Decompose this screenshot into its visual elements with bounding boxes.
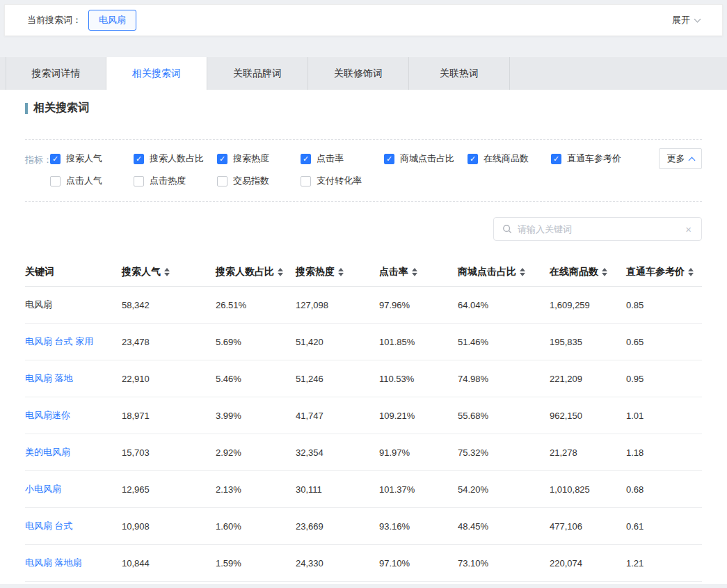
chevron-down-icon (694, 15, 701, 22)
sort-icon[interactable] (338, 268, 344, 276)
sort-icon[interactable] (520, 268, 525, 276)
cell-value: 109.21% (379, 411, 458, 421)
column-header-label: 直通车参考价 (626, 266, 685, 278)
metric-checkbox[interactable]: 交易指数 (217, 175, 301, 187)
column-header[interactable]: 商城点击占比 (458, 266, 550, 278)
expand-toggle[interactable]: 展开 (672, 14, 700, 26)
cell-value: 101.37% (379, 484, 458, 495)
metric-checkbox[interactable]: 搜索人数占比 (134, 152, 217, 165)
cell-value: 23,478 (122, 337, 216, 347)
metric-checkbox[interactable]: 点击热度 (134, 175, 217, 187)
cell-value: 32,354 (296, 447, 379, 458)
section-accent-bar (25, 103, 28, 114)
checkbox-unchecked-icon (217, 176, 227, 186)
cell-value: 0.85 (626, 300, 702, 310)
tab-label: 相关搜索词 (132, 67, 181, 80)
cell-value: 127,098 (296, 300, 379, 310)
column-header-label: 点击率 (379, 266, 408, 278)
keyword-link[interactable]: 电风扇迷你 (25, 409, 122, 422)
chevron-up-icon (688, 157, 695, 164)
cell-value: 221,209 (550, 374, 626, 384)
checkbox-unchecked-icon (50, 176, 61, 186)
cell-value: 5.46% (216, 374, 296, 384)
metric-label: 点击人气 (66, 175, 102, 187)
cell-value: 110.53% (379, 374, 458, 384)
metric-checkbox[interactable]: 商城点击占比 (384, 152, 468, 165)
more-button[interactable]: 更多 (659, 148, 702, 169)
tab-label: 关联热词 (440, 67, 479, 80)
sort-icon[interactable] (164, 268, 170, 276)
keyword-link[interactable]: 电风扇 台式 (25, 520, 122, 532)
cell-value: 962,150 (550, 411, 626, 421)
metric-checkbox[interactable]: 点击率 (301, 152, 384, 165)
table-header-row: 关键词搜索人气搜索人数占比搜索热度点击率商城点击占比在线商品数直通车参考价 (25, 257, 702, 287)
column-header-label: 搜索热度 (296, 266, 335, 278)
cell-value: 3.99% (216, 411, 296, 421)
cell-value: 97.96% (379, 300, 458, 310)
search-term-tag[interactable]: 电风扇 (88, 10, 136, 31)
cell-value: 10,908 (122, 521, 216, 532)
column-header-label: 搜索人数占比 (216, 266, 274, 278)
metric-checkbox[interactable]: 点击人气 (50, 175, 134, 187)
checkbox-checked-icon (301, 154, 311, 164)
tab-1[interactable]: 搜索词详情 (6, 57, 106, 90)
column-header[interactable]: 搜索人数占比 (216, 266, 296, 278)
cell-value: 48.45% (458, 521, 550, 532)
sort-icon[interactable] (602, 268, 607, 276)
table-body: 电风扇58,34226.51%127,09897.96%64.04%1,609,… (25, 287, 702, 582)
cell-value: 1.59% (216, 558, 296, 569)
metric-checkbox[interactable]: 搜索热度 (217, 152, 301, 165)
tab-2-active[interactable]: 相关搜索词 (106, 57, 207, 90)
metric-checkbox[interactable]: 直通车参考价 (551, 152, 634, 165)
metric-label: 商城点击占比 (400, 152, 454, 165)
tab-4[interactable]: 关联修饰词 (308, 57, 409, 90)
cell-value: 18,971 (122, 411, 216, 421)
metrics-row-1: 搜索人气搜索人数占比搜索热度点击率商城点击占比在线商品数直通车参考价 (50, 152, 702, 165)
column-header[interactable]: 直通车参考价 (626, 266, 702, 278)
cell-value: 5.69% (216, 337, 296, 347)
table-row: 电风扇58,34226.51%127,09897.96%64.04%1,609,… (25, 287, 702, 324)
table-row: 美的电风扇15,7032.92%32,35491.97%75.32%21,278… (25, 434, 702, 471)
metrics-row-2: 点击人气点击热度交易指数支付转化率 (50, 175, 702, 187)
checkbox-checked-icon (384, 154, 394, 164)
cell-value: 30,111 (296, 484, 379, 495)
column-header-label: 关键词 (25, 266, 54, 278)
metric-checkbox[interactable]: 在线商品数 (468, 152, 551, 165)
expand-label: 展开 (672, 14, 690, 26)
metric-label: 搜索热度 (233, 152, 269, 165)
keyword-link[interactable]: 电风扇 落地扇 (25, 557, 122, 569)
checkbox-checked-icon (551, 154, 561, 164)
search-input[interactable] (518, 224, 684, 235)
tab-label: 关联品牌词 (233, 67, 282, 80)
sort-icon[interactable] (688, 268, 694, 276)
keyword-link[interactable]: 美的电风扇 (25, 446, 122, 459)
column-header[interactable]: 在线商品数 (550, 266, 626, 278)
column-header[interactable]: 点击率 (379, 266, 458, 278)
sort-icon[interactable] (278, 268, 283, 276)
metric-label: 在线商品数 (484, 152, 529, 165)
table-row: 电风扇 台式10,9081.60%23,66993.16%48.45%477,1… (25, 508, 702, 545)
metric-checkbox[interactable]: 搜索人气 (50, 152, 134, 165)
keyword-search-box[interactable]: × (493, 217, 702, 241)
checkbox-checked-icon (468, 154, 478, 164)
tab-3[interactable]: 关联品牌词 (207, 57, 308, 90)
table-row: 电风扇迷你18,9713.99%41,747109.21%55.68%962,1… (25, 397, 702, 434)
cell-value: 75.32% (458, 447, 550, 458)
cell-value: 1.18 (626, 447, 702, 458)
cell-value: 54.20% (458, 484, 550, 495)
column-header[interactable]: 搜索人气 (122, 266, 216, 278)
clear-icon[interactable]: × (684, 223, 693, 235)
keyword-link[interactable]: 小电风扇 (25, 483, 122, 495)
metric-label: 直通车参考价 (567, 152, 621, 165)
table-row: 电风扇 落地22,9105.46%51,246110.53%74.98%221,… (25, 360, 702, 397)
keyword-link[interactable]: 电风扇 落地 (25, 372, 122, 385)
column-header: 关键词 (25, 266, 122, 278)
metric-checkbox[interactable]: 支付转化率 (301, 175, 384, 187)
sort-icon[interactable] (412, 268, 417, 276)
cell-value: 91.97% (379, 447, 458, 458)
keyword-link[interactable]: 电风扇 台式 家用 (25, 335, 122, 348)
cell-value: 1,010,825 (550, 484, 626, 495)
tab-5[interactable]: 关联热词 (409, 57, 510, 90)
column-header[interactable]: 搜索热度 (296, 266, 379, 278)
table-row: 电风扇 落地扇10,8441.59%24,33097.10%73.10%220,… (25, 545, 702, 582)
